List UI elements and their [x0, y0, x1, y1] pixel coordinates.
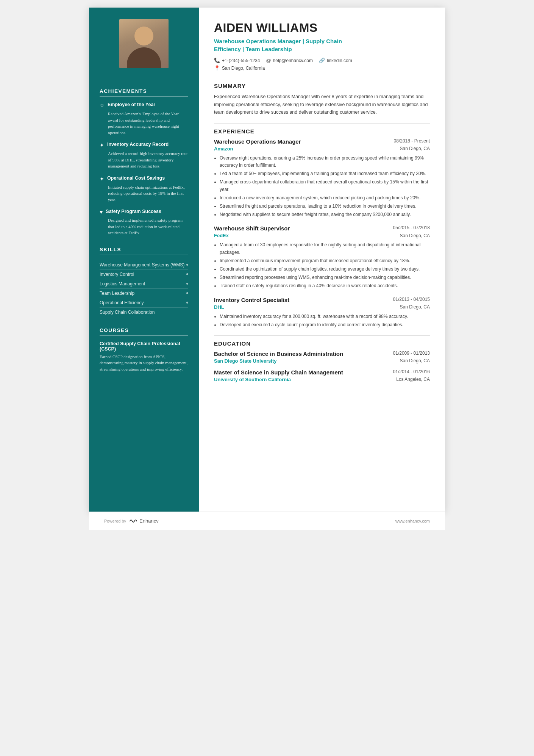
bullet-item: Streamlined reporting processes using WM… [220, 274, 430, 281]
job-location-2: San Diego, CA [400, 233, 430, 238]
skill-name-2: Inventory Control [100, 272, 134, 277]
achievement-item: ☆ Employee of the Year Received Amazon's… [100, 102, 188, 136]
heart-icon: ♥ [100, 209, 103, 215]
avatar-container [89, 8, 199, 78]
job-company-row-2: FedEx San Diego, CA [214, 233, 430, 238]
job-company-row-3: DHL San Diego, CA [214, 304, 430, 310]
divider [214, 123, 430, 124]
job-title-2: Warehouse Shift Supervisor [214, 225, 290, 232]
bullet-item: Maintained inventory accuracy for a 200,… [220, 313, 430, 320]
course-desc-1: Earned CSCP designation from APICS, demo… [100, 354, 188, 373]
phone-number: +1-(234)-555-1234 [222, 58, 260, 63]
sidebar-content: ACHIEVEMENTS ☆ Employee of the Year Rece… [89, 78, 199, 372]
edu-entry-1: Bachelor of Science in Business Administ… [214, 351, 430, 364]
avatar-image [119, 19, 169, 68]
school-name-2: University of Southern California [214, 377, 291, 382]
skill-dot-icon [186, 273, 188, 275]
achievement-desc-4: Designed and implemented a safety progra… [100, 217, 188, 236]
achievement-title-2: Inventory Accuracy Record [107, 142, 169, 147]
edu-location-2: Los Angeles, CA [396, 377, 430, 382]
course-title-1: Certified Supply Chain Professional (CSC… [100, 341, 188, 352]
contact-row: 📞 +1-(234)-555-1234 @ help@enhancv.com 🔗… [214, 58, 430, 63]
edu-header-2: Master of Science in Supply Chain Manage… [214, 369, 430, 376]
resume-header: AIDEN WILLIAMS Warehouse Operations Mana… [214, 21, 430, 71]
logo-icon [129, 518, 137, 524]
achievements-title: ACHIEVEMENTS [100, 88, 188, 97]
achievement-item: ✦ Inventory Accuracy Record Achieved a r… [100, 142, 188, 169]
candidate-title: Warehouse Operations Manager | Supply Ch… [214, 37, 430, 53]
achievement-title-1: Employee of the Year [108, 102, 155, 107]
job-header-1: Warehouse Operations Manager 08/2018 - P… [214, 138, 430, 145]
courses-section: COURSES Certified Supply Chain Professio… [100, 327, 188, 373]
skills-section: SKILLS Warehouse Management Systems (WMS… [100, 247, 188, 317]
email-address: help@enhancv.com [273, 58, 313, 63]
bullet-item: Implemented a continuous improvement pro… [220, 257, 430, 265]
job-bullets-2: Managed a team of 30 employees responsib… [220, 241, 430, 290]
phone-contact: 📞 +1-(234)-555-1234 [214, 58, 260, 63]
page-footer: Powered by Enhancv www.enhancv.com [89, 512, 445, 530]
bullet-item: Trained staff on safety regulations resu… [220, 282, 430, 290]
courses-title: COURSES [100, 327, 188, 336]
edu-dates-2: 01/2014 - 01/2016 [393, 369, 430, 374]
location-icon: 📍 [214, 65, 220, 71]
job-title-3: Inventory Control Specialist [214, 297, 289, 303]
achievement-header: ✦ Inventory Accuracy Record [100, 142, 188, 149]
edu-school-row-2: University of Southern California Los An… [214, 377, 430, 382]
bullet-item: Developed and executed a cycle count pro… [220, 321, 430, 329]
job-dates-3: 01/2013 - 04/2015 [393, 297, 430, 302]
experience-section-title: EXPERIENCE [214, 128, 430, 135]
skill-item: Team Leadership [100, 289, 188, 298]
job-bullets-3: Maintained inventory accuracy for a 200,… [220, 313, 430, 329]
edu-header-1: Bachelor of Science in Business Administ… [214, 351, 430, 357]
achievement-desc-3: Initiated supply chain optimizations at … [100, 184, 188, 203]
job-header-3: Inventory Control Specialist 01/2013 - 0… [214, 297, 430, 303]
bullet-item: Coordinated the optimization of supply c… [220, 266, 430, 273]
skill-dot-icon [186, 292, 188, 294]
achievement-title-3: Operational Cost Savings [107, 175, 165, 181]
candidate-name: AIDEN WILLIAMS [214, 21, 430, 35]
title-line-1: Warehouse Operations Manager | Supply Ch… [214, 38, 342, 44]
skill-name-6: Supply Chain Collaboration [100, 310, 155, 315]
skill-name-4: Team Leadership [100, 291, 134, 296]
skill-name-5: Operational Efficiency [100, 300, 144, 305]
skill-dot-icon [186, 283, 188, 285]
education-section-title: EDUCATION [214, 340, 430, 347]
skill-item: Logistics Management [100, 279, 188, 289]
link-icon: 🔗 [319, 58, 325, 63]
achievement-item: ✦ Operational Cost Savings Initiated sup… [100, 175, 188, 203]
website-url: linkedin.com [327, 58, 352, 63]
edu-dates-1: 01/2009 - 01/2013 [393, 351, 430, 356]
bullet-item: Led a team of 50+ employees, implementin… [220, 170, 430, 177]
job-entry-2: Warehouse Shift Supervisor 05/2015 - 07/… [214, 225, 430, 290]
skill-item: Warehouse Management Systems (WMS) [100, 260, 188, 270]
achievement-header: ☆ Employee of the Year [100, 102, 188, 109]
bullet-item: Streamlined freight and parcels operatio… [220, 203, 430, 210]
edu-location-1: San Diego, CA [400, 358, 430, 363]
company-name-2: FedEx [214, 233, 229, 238]
job-company-row-1: Amazon San Diego, CA [214, 146, 430, 152]
title-line-2: Efficiency | Team Leadership [214, 46, 292, 52]
summary-text: Experienced Warehouse Operations Manager… [214, 93, 430, 116]
school-name-1: San Diego State University [214, 358, 276, 364]
email-icon: @ [266, 58, 271, 63]
powered-by-text: Powered by [104, 519, 126, 523]
job-dates-1: 08/2018 - Present [394, 138, 430, 144]
achievement-desc-1: Received Amazon's 'Employee of the Year'… [100, 111, 188, 136]
skill-dot-icon [186, 264, 188, 266]
phone-icon: 📞 [214, 58, 220, 63]
footer-left: Powered by Enhancv [104, 518, 159, 524]
skills-title: SKILLS [100, 247, 188, 255]
job-location-1: San Diego, CA [400, 146, 430, 151]
skill-item: Inventory Control [100, 270, 188, 279]
divider [214, 78, 430, 78]
edu-school-row-1: San Diego State University San Diego, CA [214, 358, 430, 364]
edu-degree-2: Master of Science in Supply Chain Manage… [214, 369, 343, 376]
edu-degree-1: Bachelor of Science in Business Administ… [214, 351, 343, 357]
skill-item: Operational Efficiency [100, 298, 188, 308]
job-entry-3: Inventory Control Specialist 01/2013 - 0… [214, 297, 430, 329]
main-content: AIDEN WILLIAMS Warehouse Operations Mana… [199, 8, 445, 512]
bullet-item: Managed a team of 30 employees responsib… [220, 241, 430, 256]
job-bullets-1: Oversaw night operations, ensuring a 25%… [220, 155, 430, 219]
achievement-item: ♥ Safety Program Success Designed and im… [100, 209, 188, 236]
bullet-item: Managed cross-departmental collaboration… [220, 178, 430, 193]
